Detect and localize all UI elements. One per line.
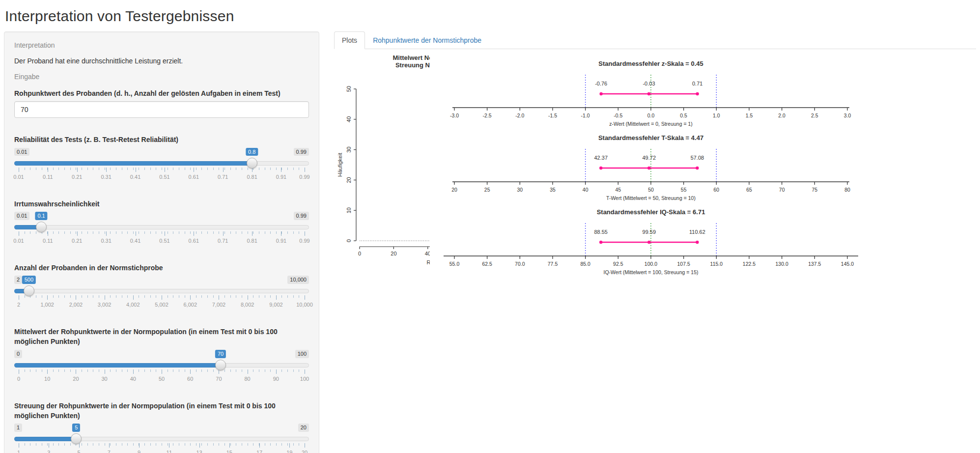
slider-major-tick [305, 168, 305, 172]
slider-minor-tick [236, 443, 236, 446]
slider-label-sd-population: Streuung der Rohpunktwerte in der Normpo… [14, 401, 309, 421]
slider-minor-tick [25, 295, 25, 298]
slider-minor-tick [58, 231, 59, 234]
slider-minor-tick [173, 443, 173, 446]
slider-minor-tick [224, 168, 225, 170]
slider-minor-tick [99, 168, 99, 170]
svg-text:40: 40 [346, 116, 352, 122]
tab-plots[interactable]: Plots [334, 31, 365, 49]
slider-minor-tick [190, 168, 191, 170]
slider-minor-tick [201, 443, 202, 446]
slider-minor-tick [144, 369, 145, 372]
slider-major-tick [106, 231, 107, 236]
slider-minor-tick [224, 295, 225, 298]
slider-min-badge: 2 [14, 276, 22, 284]
slider-minor-tick [93, 295, 93, 298]
slider-minor-tick [70, 295, 71, 298]
slider-minor-tick [64, 231, 65, 234]
slider-tick-label: 2,002 [69, 302, 83, 308]
svg-text:57.08: 57.08 [690, 155, 704, 161]
slider-track[interactable] [14, 225, 309, 229]
slider-tick-label: 40 [130, 376, 136, 382]
raw-score-input[interactable] [14, 101, 309, 118]
slider-value-badge: 0.1 [35, 212, 47, 220]
slider-minor-tick [150, 443, 151, 446]
slider-minor-tick [156, 231, 156, 234]
svg-text:0.5: 0.5 [680, 113, 687, 118]
slider-minor-tick [64, 369, 65, 372]
slider-minor-tick [168, 443, 168, 446]
slider-grid: 0102030405060708090100 [19, 369, 305, 387]
svg-text:55: 55 [681, 187, 687, 193]
slider-tick-label: 0.99 [299, 238, 309, 244]
svg-text:70: 70 [779, 187, 785, 193]
slider-tick-label: 0.41 [130, 238, 140, 244]
slider-minor-tick [224, 231, 225, 234]
slider-minor-tick [270, 295, 271, 298]
slider-minor-tick [168, 295, 168, 298]
slider-minor-tick [207, 295, 208, 298]
slider-major-tick [106, 168, 107, 172]
slider-major-tick [305, 443, 305, 448]
slider-handle-reliability[interactable] [247, 158, 257, 169]
slider-tick-label: 0 [17, 376, 20, 382]
slider-minor-tick [110, 295, 111, 298]
slider-minor-tick [201, 168, 202, 170]
slider-major-tick [165, 231, 165, 236]
svg-text:Mittelwert Normstichprobe = 70: Mittelwert Normstichprobe = 70.14 [392, 54, 429, 61]
slider-minor-tick [133, 231, 134, 234]
slider-major-tick [194, 231, 194, 236]
slider-major-tick [276, 295, 277, 300]
slider-minor-tick [25, 168, 25, 170]
svg-text:77.5: 77.5 [548, 261, 558, 267]
slider-handle-n-norm-sample[interactable] [24, 285, 34, 296]
slider-major-tick [305, 231, 305, 236]
slider-minor-tick [93, 231, 93, 234]
slider-minor-tick [230, 295, 231, 298]
slider-minor-tick [116, 295, 116, 298]
slider-tick-label: 9,002 [269, 302, 283, 308]
slider-group-reliability: Reliabilität des Tests (z. B. Test-Retes… [14, 135, 309, 187]
slider-minor-tick [230, 369, 231, 372]
slider-minor-tick [25, 443, 25, 446]
slider-minor-tick [287, 443, 288, 446]
slider-minor-tick [36, 369, 36, 372]
iq-scale-plot: Standardmessfehler IQ-Skala = 6.7155.062… [444, 204, 861, 277]
slider-minor-tick [110, 231, 111, 234]
slider-minor-tick [270, 369, 271, 372]
slider-tick-label: 30 [101, 376, 107, 382]
slider-minor-tick [30, 369, 30, 372]
slider-value-badge: 500 [22, 276, 36, 284]
slider-minor-tick [253, 231, 253, 234]
slider-handle-sd-population[interactable] [71, 433, 82, 444]
slider-track[interactable] [14, 289, 309, 293]
slider-minor-tick [30, 443, 30, 446]
svg-text:-1.0: -1.0 [581, 113, 589, 118]
slider-minor-tick [242, 231, 242, 234]
slider-minor-tick [64, 443, 65, 446]
svg-text:115.0: 115.0 [710, 261, 723, 267]
slider-minor-tick [270, 168, 271, 170]
slider-track-fill [14, 161, 252, 166]
tab-rohpunktwerte[interactable]: Rohpunktwerte der Normstichprobe [365, 31, 489, 49]
interpretation-text: Der Proband hat eine durchschnittliche L… [14, 57, 309, 65]
slider-minor-tick [276, 443, 277, 446]
slider-tick-label: 0.31 [101, 174, 111, 180]
slider-handle-mean-population[interactable] [215, 360, 226, 370]
slider-minor-tick [265, 369, 265, 372]
slider-minor-tick [253, 369, 253, 372]
slider-tick-label: 50 [159, 376, 165, 382]
svg-text:35: 35 [550, 187, 556, 193]
slider-minor-tick [242, 295, 242, 298]
tab-rohpunktwerte-link[interactable]: Rohpunktwerte der Normstichprobe [365, 31, 489, 49]
svg-text:20: 20 [346, 177, 352, 183]
slider-major-tick [281, 168, 281, 172]
slider-handle-alpha[interactable] [36, 222, 47, 232]
slider-minor-tick [185, 295, 185, 298]
slider-major-tick [219, 295, 219, 300]
tab-plots-link[interactable]: Plots [334, 31, 365, 49]
slider-minor-tick [93, 443, 93, 446]
svg-text:99.59: 99.59 [642, 229, 656, 235]
slider-minor-tick [82, 369, 82, 372]
svg-text:145.0: 145.0 [841, 261, 854, 267]
